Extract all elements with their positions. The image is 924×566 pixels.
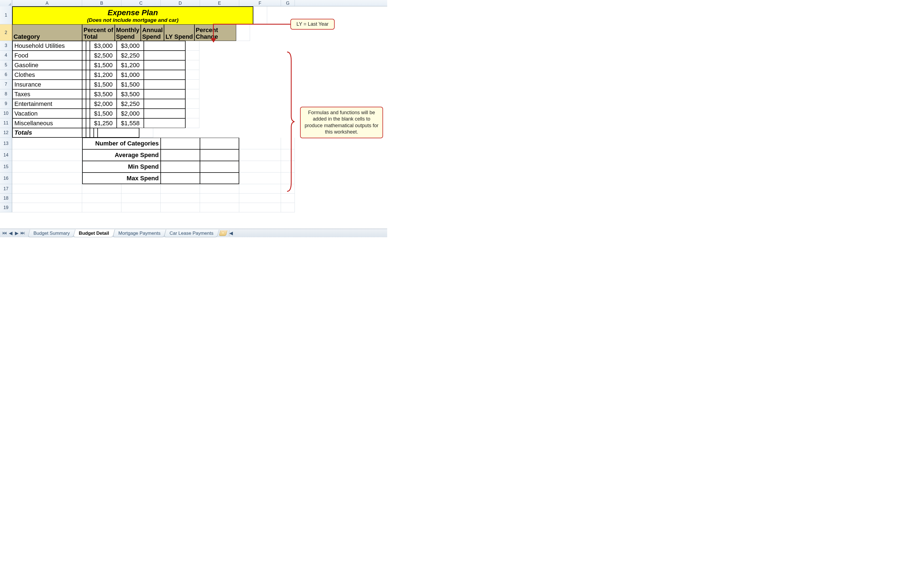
row-header-10[interactable]: 10	[0, 109, 12, 118]
cell-D15[interactable]	[160, 161, 200, 172]
cell-category-10[interactable]: Vacation	[12, 109, 82, 118]
cell-G10[interactable]	[186, 109, 200, 118]
cell-C9[interactable]	[86, 99, 90, 109]
cell-E19[interactable]	[200, 203, 239, 213]
cell-G4[interactable]	[186, 51, 200, 60]
sheet-tab-budget-summary[interactable]: Budget Summary	[28, 229, 75, 237]
stat-label-13[interactable]: Number of Categories	[82, 138, 160, 149]
cell-D10[interactable]: $1,500	[90, 109, 117, 118]
cell-D14[interactable]	[160, 149, 200, 161]
cell-E9[interactable]: $2,250	[117, 99, 144, 109]
cell-C18[interactable]	[122, 193, 160, 203]
row-header-14[interactable]: 14	[0, 149, 12, 161]
row-header-5[interactable]: 5	[0, 60, 12, 70]
cell-F16[interactable]	[239, 172, 281, 184]
cell-G7[interactable]	[186, 79, 200, 89]
row-header-3[interactable]: 3	[0, 41, 12, 51]
cell-G9[interactable]	[186, 99, 200, 109]
cell-A17[interactable]	[12, 184, 82, 193]
cell-D8[interactable]: $3,500	[90, 89, 117, 99]
select-all-corner[interactable]	[0, 0, 12, 6]
row-header-11[interactable]: 11	[0, 118, 12, 128]
cell-F6[interactable]	[144, 70, 186, 79]
column-header-A[interactable]: A	[12, 0, 82, 6]
cell-F13[interactable]	[239, 138, 281, 149]
row-header-8[interactable]: 8	[0, 89, 12, 99]
row-header-6[interactable]: 6	[0, 70, 12, 79]
cell-F12[interactable]	[98, 128, 140, 138]
header-annual-spend[interactable]: Annual Spend	[141, 24, 164, 41]
row-header-19[interactable]: 19	[0, 203, 12, 213]
cell-category-5[interactable]: Gasoline	[12, 60, 82, 70]
cell-B11[interactable]	[82, 118, 86, 128]
cell-E16[interactable]	[200, 172, 239, 184]
cell-B12[interactable]	[82, 128, 86, 138]
cell-D17[interactable]	[160, 184, 200, 193]
cell-E5[interactable]: $1,200	[117, 60, 144, 70]
cell-G5[interactable]	[186, 60, 200, 70]
cell-D12[interactable]	[90, 128, 94, 138]
cell-D16[interactable]	[160, 172, 200, 184]
tab-nav-next-icon[interactable]: ▶	[14, 230, 20, 236]
row-header-12[interactable]: 12	[0, 128, 12, 138]
cell-E18[interactable]	[200, 193, 239, 203]
cell-C19[interactable]	[122, 203, 160, 213]
cell-B6[interactable]	[82, 70, 86, 79]
new-sheet-icon[interactable]	[219, 230, 227, 236]
cell-C7[interactable]	[86, 79, 90, 89]
cell-A18[interactable]	[12, 193, 82, 203]
cell-C4[interactable]	[86, 51, 90, 60]
cell-A16[interactable]	[12, 172, 82, 184]
cell-F19[interactable]	[239, 203, 281, 213]
cell-B17[interactable]	[82, 184, 122, 193]
cell-F18[interactable]	[239, 193, 281, 203]
cell-A19[interactable]	[12, 203, 82, 213]
column-header-B[interactable]: B	[82, 0, 122, 6]
cell-D6[interactable]: $1,200	[90, 70, 117, 79]
cell-G1[interactable]	[254, 6, 267, 24]
cell-category-9[interactable]: Entertainment	[12, 99, 82, 109]
cell-G2[interactable]	[236, 24, 250, 41]
cell-F9[interactable]	[144, 99, 186, 109]
cell-B4[interactable]	[82, 51, 86, 60]
cell-F7[interactable]	[144, 79, 186, 89]
cell-F5[interactable]	[144, 60, 186, 70]
cell-E8[interactable]: $3,500	[117, 89, 144, 99]
cell-C17[interactable]	[122, 184, 160, 193]
cell-E15[interactable]	[200, 161, 239, 172]
cell-E3[interactable]: $3,000	[117, 41, 144, 51]
cell-E12[interactable]	[94, 128, 98, 138]
row-header-15[interactable]: 15	[0, 161, 12, 172]
row-header-2[interactable]: 2	[0, 24, 12, 41]
cell-E17[interactable]	[200, 184, 239, 193]
cell-D18[interactable]	[160, 193, 200, 203]
cell-F4[interactable]	[144, 51, 186, 60]
column-header-G[interactable]: G	[281, 0, 295, 6]
cell-F17[interactable]	[239, 184, 281, 193]
tab-nav-last-icon[interactable]: ⏭	[20, 230, 26, 236]
cell-F11[interactable]	[144, 118, 186, 128]
cell-A13[interactable]	[12, 138, 82, 149]
cell-category-11[interactable]: Miscellaneous	[12, 118, 82, 128]
cell-D4[interactable]: $2,500	[90, 51, 117, 60]
cell-totals-label[interactable]: Totals	[12, 128, 82, 138]
cell-G8[interactable]	[186, 89, 200, 99]
tab-scroll-edge-icon[interactable]: ◀	[229, 230, 233, 236]
cell-C6[interactable]	[86, 70, 90, 79]
cell-G6[interactable]	[186, 70, 200, 79]
stat-label-15[interactable]: Min Spend	[82, 161, 160, 172]
row-header-18[interactable]: 18	[0, 193, 12, 203]
sheet-tab-car-lease-payments[interactable]: Car Lease Payments	[164, 229, 219, 237]
cell-B5[interactable]	[82, 60, 86, 70]
cell-B10[interactable]	[82, 109, 86, 118]
column-header-E[interactable]: E	[200, 0, 239, 6]
row-header-13[interactable]: 13	[0, 138, 12, 149]
cell-F15[interactable]	[239, 161, 281, 172]
cell-E14[interactable]	[200, 149, 239, 161]
cell-C11[interactable]	[86, 118, 90, 128]
cell-A15[interactable]	[12, 161, 82, 172]
cell-E11[interactable]: $1,558	[117, 118, 144, 128]
cell-G14[interactable]	[281, 149, 295, 161]
cell-D7[interactable]: $1,500	[90, 79, 117, 89]
cell-B3[interactable]	[82, 41, 86, 51]
